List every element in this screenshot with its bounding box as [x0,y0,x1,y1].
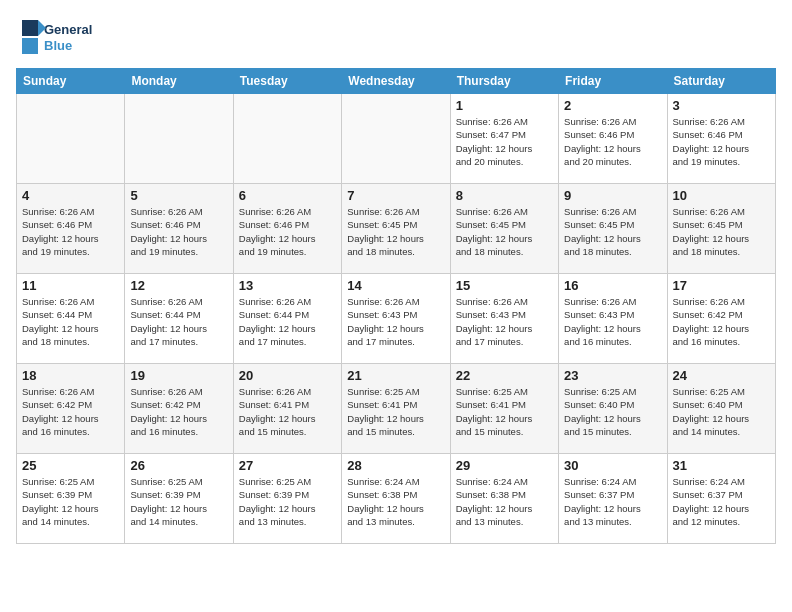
calendar-cell: 12Sunrise: 6:26 AM Sunset: 6:44 PM Dayli… [125,274,233,364]
day-detail: Sunrise: 6:26 AM Sunset: 6:41 PM Dayligh… [239,385,336,438]
calendar-cell: 6Sunrise: 6:26 AM Sunset: 6:46 PM Daylig… [233,184,341,274]
day-number: 29 [456,458,553,473]
col-header-wednesday: Wednesday [342,69,450,94]
day-number: 6 [239,188,336,203]
logo-svg: General Blue [16,16,106,60]
logo-text: General Blue [16,16,106,60]
svg-rect-4 [22,20,38,36]
calendar-cell: 8Sunrise: 6:26 AM Sunset: 6:45 PM Daylig… [450,184,558,274]
day-number: 16 [564,278,661,293]
day-number: 27 [239,458,336,473]
day-number: 28 [347,458,444,473]
day-detail: Sunrise: 6:25 AM Sunset: 6:39 PM Dayligh… [22,475,119,528]
day-number: 20 [239,368,336,383]
calendar-cell: 3Sunrise: 6:26 AM Sunset: 6:46 PM Daylig… [667,94,775,184]
svg-text:Blue: Blue [44,38,72,53]
calendar-cell: 1Sunrise: 6:26 AM Sunset: 6:47 PM Daylig… [450,94,558,184]
day-detail: Sunrise: 6:24 AM Sunset: 6:37 PM Dayligh… [564,475,661,528]
calendar-cell: 29Sunrise: 6:24 AM Sunset: 6:38 PM Dayli… [450,454,558,544]
day-number: 26 [130,458,227,473]
day-detail: Sunrise: 6:26 AM Sunset: 6:46 PM Dayligh… [22,205,119,258]
day-detail: Sunrise: 6:26 AM Sunset: 6:45 PM Dayligh… [456,205,553,258]
day-number: 10 [673,188,770,203]
day-number: 22 [456,368,553,383]
day-detail: Sunrise: 6:25 AM Sunset: 6:39 PM Dayligh… [239,475,336,528]
day-detail: Sunrise: 6:26 AM Sunset: 6:45 PM Dayligh… [673,205,770,258]
day-detail: Sunrise: 6:26 AM Sunset: 6:47 PM Dayligh… [456,115,553,168]
day-number: 14 [347,278,444,293]
calendar-cell: 25Sunrise: 6:25 AM Sunset: 6:39 PM Dayli… [17,454,125,544]
calendar-cell: 5Sunrise: 6:26 AM Sunset: 6:46 PM Daylig… [125,184,233,274]
logo: General Blue [16,16,106,60]
calendar-cell [233,94,341,184]
day-number: 24 [673,368,770,383]
calendar-cell: 15Sunrise: 6:26 AM Sunset: 6:43 PM Dayli… [450,274,558,364]
calendar-cell: 2Sunrise: 6:26 AM Sunset: 6:46 PM Daylig… [559,94,667,184]
col-header-tuesday: Tuesday [233,69,341,94]
day-detail: Sunrise: 6:24 AM Sunset: 6:37 PM Dayligh… [673,475,770,528]
day-detail: Sunrise: 6:26 AM Sunset: 6:44 PM Dayligh… [130,295,227,348]
day-number: 5 [130,188,227,203]
day-number: 23 [564,368,661,383]
week-row-5: 25Sunrise: 6:25 AM Sunset: 6:39 PM Dayli… [17,454,776,544]
day-number: 1 [456,98,553,113]
day-number: 17 [673,278,770,293]
svg-rect-5 [22,38,38,54]
week-row-2: 4Sunrise: 6:26 AM Sunset: 6:46 PM Daylig… [17,184,776,274]
day-detail: Sunrise: 6:25 AM Sunset: 6:41 PM Dayligh… [456,385,553,438]
week-row-3: 11Sunrise: 6:26 AM Sunset: 6:44 PM Dayli… [17,274,776,364]
col-header-saturday: Saturday [667,69,775,94]
calendar-header-row: SundayMondayTuesdayWednesdayThursdayFrid… [17,69,776,94]
calendar-cell [342,94,450,184]
day-detail: Sunrise: 6:26 AM Sunset: 6:46 PM Dayligh… [130,205,227,258]
calendar-cell: 26Sunrise: 6:25 AM Sunset: 6:39 PM Dayli… [125,454,233,544]
day-detail: Sunrise: 6:26 AM Sunset: 6:46 PM Dayligh… [564,115,661,168]
day-detail: Sunrise: 6:25 AM Sunset: 6:39 PM Dayligh… [130,475,227,528]
calendar-cell: 31Sunrise: 6:24 AM Sunset: 6:37 PM Dayli… [667,454,775,544]
col-header-thursday: Thursday [450,69,558,94]
day-number: 25 [22,458,119,473]
col-header-monday: Monday [125,69,233,94]
day-number: 31 [673,458,770,473]
day-number: 11 [22,278,119,293]
calendar-cell: 20Sunrise: 6:26 AM Sunset: 6:41 PM Dayli… [233,364,341,454]
day-detail: Sunrise: 6:26 AM Sunset: 6:43 PM Dayligh… [347,295,444,348]
calendar-table: SundayMondayTuesdayWednesdayThursdayFrid… [16,68,776,544]
calendar-cell: 11Sunrise: 6:26 AM Sunset: 6:44 PM Dayli… [17,274,125,364]
calendar-cell: 18Sunrise: 6:26 AM Sunset: 6:42 PM Dayli… [17,364,125,454]
day-detail: Sunrise: 6:26 AM Sunset: 6:46 PM Dayligh… [673,115,770,168]
calendar-cell: 27Sunrise: 6:25 AM Sunset: 6:39 PM Dayli… [233,454,341,544]
svg-text:General: General [44,22,92,37]
calendar-cell: 28Sunrise: 6:24 AM Sunset: 6:38 PM Dayli… [342,454,450,544]
day-number: 18 [22,368,119,383]
day-detail: Sunrise: 6:26 AM Sunset: 6:45 PM Dayligh… [347,205,444,258]
page-header: General Blue [16,16,776,60]
day-detail: Sunrise: 6:25 AM Sunset: 6:40 PM Dayligh… [564,385,661,438]
day-number: 15 [456,278,553,293]
day-number: 7 [347,188,444,203]
day-detail: Sunrise: 6:26 AM Sunset: 6:43 PM Dayligh… [564,295,661,348]
calendar-cell: 14Sunrise: 6:26 AM Sunset: 6:43 PM Dayli… [342,274,450,364]
day-detail: Sunrise: 6:26 AM Sunset: 6:44 PM Dayligh… [22,295,119,348]
day-number: 8 [456,188,553,203]
calendar-cell: 21Sunrise: 6:25 AM Sunset: 6:41 PM Dayli… [342,364,450,454]
day-number: 21 [347,368,444,383]
calendar-cell [17,94,125,184]
col-header-sunday: Sunday [17,69,125,94]
calendar-cell: 9Sunrise: 6:26 AM Sunset: 6:45 PM Daylig… [559,184,667,274]
day-number: 30 [564,458,661,473]
day-detail: Sunrise: 6:25 AM Sunset: 6:41 PM Dayligh… [347,385,444,438]
calendar-cell: 7Sunrise: 6:26 AM Sunset: 6:45 PM Daylig… [342,184,450,274]
day-number: 9 [564,188,661,203]
calendar-cell: 16Sunrise: 6:26 AM Sunset: 6:43 PM Dayli… [559,274,667,364]
day-number: 13 [239,278,336,293]
day-detail: Sunrise: 6:24 AM Sunset: 6:38 PM Dayligh… [347,475,444,528]
calendar-cell: 17Sunrise: 6:26 AM Sunset: 6:42 PM Dayli… [667,274,775,364]
day-detail: Sunrise: 6:24 AM Sunset: 6:38 PM Dayligh… [456,475,553,528]
day-detail: Sunrise: 6:26 AM Sunset: 6:43 PM Dayligh… [456,295,553,348]
calendar-cell: 23Sunrise: 6:25 AM Sunset: 6:40 PM Dayli… [559,364,667,454]
day-number: 19 [130,368,227,383]
day-detail: Sunrise: 6:26 AM Sunset: 6:42 PM Dayligh… [22,385,119,438]
calendar-cell: 22Sunrise: 6:25 AM Sunset: 6:41 PM Dayli… [450,364,558,454]
week-row-1: 1Sunrise: 6:26 AM Sunset: 6:47 PM Daylig… [17,94,776,184]
